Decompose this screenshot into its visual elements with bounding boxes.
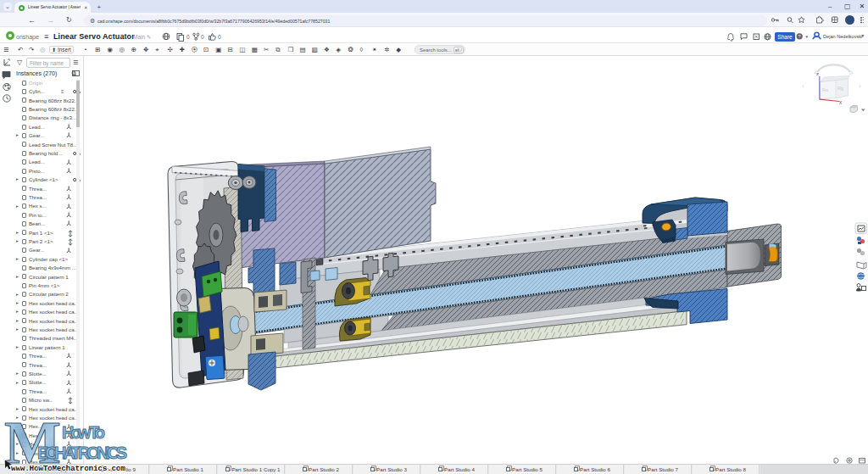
- svg-text:How To: How To: [62, 423, 105, 442]
- svg-text:ECHATRONICS: ECHATRONICS: [37, 443, 127, 462]
- svg-text:?: ?: [798, 34, 801, 39]
- svg-text:www.HowToMechatronics.com: www.HowToMechatronics.com: [11, 464, 125, 473]
